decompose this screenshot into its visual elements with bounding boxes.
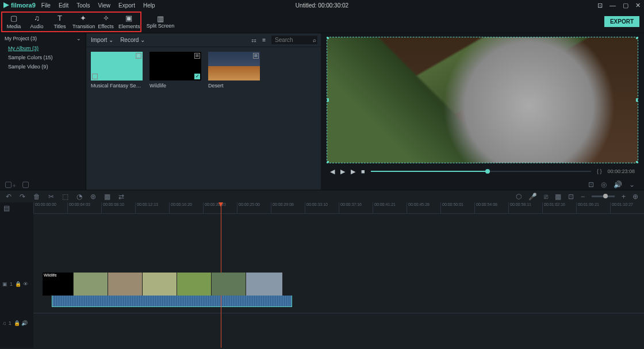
timeline-ruler[interactable]: 00:00:00:0000:00:04:0300:00:08:1000:00:1… (33, 202, 644, 214)
volume-icon[interactable]: 🔊 (614, 181, 622, 189)
record-dropdown[interactable]: Record ⌄ (120, 37, 145, 43)
delete-icon[interactable]: 🗑 (33, 193, 40, 201)
maximize-icon[interactable]: ▢ (623, 2, 628, 9)
preview-image (327, 37, 638, 163)
transition-icon: ✦ (72, 14, 93, 22)
stop-icon[interactable]: ■ (361, 168, 365, 175)
import-dropdown[interactable]: Import ⌄ (91, 37, 113, 43)
ruler-tick: 00:00:00:00 (33, 202, 67, 213)
ruler-tick: 00:00:04:03 (67, 202, 101, 213)
ruler-tick: 00:01:06:21 (576, 202, 610, 213)
music-icon: ♫ (26, 14, 47, 22)
tab-elements[interactable]: ▣Elements (117, 14, 140, 31)
zoom-out-icon[interactable]: − (581, 193, 585, 201)
speed-icon[interactable]: ◔ (76, 193, 82, 201)
menu-help[interactable]: Help (143, 2, 155, 9)
ruler-tick: 00:00:54:08 (474, 202, 508, 213)
mic-icon[interactable]: 🎤 (528, 193, 537, 201)
settings-dropdown[interactable]: ⌄ (629, 181, 635, 189)
redo-icon[interactable]: ↷ (20, 193, 25, 201)
export-button[interactable]: EXPORT (604, 16, 639, 27)
render-icon[interactable]: ⊡ (568, 193, 574, 201)
audio-track-label[interactable]: ♫ 1 🔒 🔊 (0, 312, 33, 335)
elements-icon: ▣ (118, 14, 139, 22)
layout-icon[interactable]: ▦ (555, 193, 561, 201)
sidebar-item-my-album[interactable]: My Album (3) (0, 44, 86, 53)
resize-handle[interactable] (327, 98, 329, 102)
resize-handle[interactable] (327, 161, 329, 163)
zoom-in-icon[interactable]: + (622, 193, 626, 201)
text-icon: T (49, 14, 70, 22)
save-icon[interactable]: ⊡ (597, 2, 603, 9)
sidebar-item-sample-colors[interactable]: Sample Colors (15) (0, 53, 86, 62)
crop-icon[interactable]: ⬚ (62, 193, 68, 201)
tab-titles[interactable]: TTitles (48, 14, 71, 31)
preview-canvas[interactable] (327, 37, 638, 163)
media-thumb-desert[interactable]: ⊞ Desert (208, 52, 260, 89)
resize-handle[interactable] (636, 37, 638, 39)
resize-handle[interactable] (636, 98, 638, 102)
folder-icon[interactable]: ▢ (22, 179, 29, 189)
menu-file[interactable]: File (41, 2, 51, 9)
video-track-label[interactable]: ▣ 1 🔒 👁 (0, 273, 33, 296)
app-logo: filmora9 (3, 2, 36, 9)
resize-handle[interactable] (636, 161, 638, 163)
display-icon[interactable]: ⊡ (588, 181, 594, 189)
green-screen-icon[interactable]: ▦ (104, 193, 110, 201)
preview-icon[interactable] (92, 74, 98, 79)
sort-icon[interactable]: ≡ (262, 37, 266, 43)
prev-icon[interactable]: ◀ (330, 168, 335, 175)
close-icon[interactable]: ✕ (635, 2, 641, 9)
resize-handle[interactable] (327, 37, 329, 39)
add-icon[interactable]: ⊞ (194, 53, 200, 59)
search-input[interactable] (271, 36, 317, 44)
ruler-tick: 00:01:10:27 (610, 202, 644, 213)
minimize-icon[interactable]: — (610, 2, 616, 9)
zoom-slider[interactable] (592, 195, 615, 197)
add-icon[interactable]: ⊞ (253, 53, 259, 59)
ruler-tick: 00:00:08:10 (101, 202, 135, 213)
adjust-icon[interactable]: ⇄ (118, 193, 124, 201)
tab-media[interactable]: ▢Media (2, 14, 25, 31)
sidebar-item-sample-video[interactable]: Sample Video (9) (0, 62, 86, 71)
scrub-bar[interactable] (371, 171, 591, 172)
media-thumb-wildlife[interactable]: ⊞✓ Wildlife (150, 52, 201, 89)
chevron-down-icon: ⌄ (76, 36, 81, 41)
mixer-icon[interactable]: ⎚ (544, 193, 548, 201)
marker-icon[interactable]: ⬡ (516, 193, 522, 201)
add-icon[interactable]: ⊞ (136, 53, 141, 59)
ruler-tick: 00:00:25:00 (237, 202, 271, 213)
menu-view[interactable]: View (98, 2, 111, 9)
bracket-icon[interactable]: { } (597, 168, 602, 174)
check-icon: ✓ (194, 74, 200, 79)
new-folder-icon[interactable]: ▢₊ (5, 179, 16, 189)
ruler-tick: 00:00:58:11 (508, 202, 542, 213)
zoom-fit-icon[interactable]: ⊕ (632, 193, 638, 201)
ruler-tick: 00:00:41:21 (373, 202, 407, 213)
menu-tools[interactable]: Tools (76, 2, 90, 9)
tab-effects[interactable]: ✧Effects (94, 14, 117, 31)
timeline-menu-icon[interactable]: ▤ (0, 202, 33, 214)
tab-transition[interactable]: ✦Transition (71, 14, 94, 31)
media-thumb-musical[interactable]: ⊞ Musical Fantasy Set_Film... (91, 52, 143, 89)
filter-icon[interactable]: ⚏ (251, 37, 256, 43)
timeline-clip-wildlife[interactable]: Wildlife (43, 273, 283, 296)
next-icon[interactable]: ▶ (351, 168, 355, 175)
sidebar-header[interactable]: My Project (3)⌄ (0, 33, 86, 44)
menu-edit[interactable]: Edit (59, 2, 68, 9)
undo-icon[interactable]: ↶ (6, 193, 12, 201)
project-sidebar: My Project (3)⌄ My Album (3) Sample Colo… (0, 33, 86, 190)
color-icon[interactable]: ⊛ (90, 193, 96, 201)
menu-export[interactable]: Export (118, 2, 135, 9)
ruler-tick: 00:00:12:13 (135, 202, 169, 213)
tab-audio[interactable]: ♫Audio (25, 14, 48, 31)
split-icon[interactable]: ✂ (48, 193, 54, 201)
tab-split-screen[interactable]: ▥Split Screen (146, 14, 175, 29)
folder-icon: ▢ (3, 14, 24, 22)
highlighted-tabs-region: ▢Media ♫Audio TTitles ✦Transition ✧Effec… (1, 11, 141, 32)
play-icon[interactable]: ▶ (340, 168, 345, 175)
snapshot-icon[interactable]: ◎ (601, 181, 607, 189)
timeline-audio-wave[interactable] (52, 296, 292, 307)
ruler-tick: 00:00:50:01 (440, 202, 474, 213)
search-icon[interactable]: ⌕ (313, 37, 316, 43)
